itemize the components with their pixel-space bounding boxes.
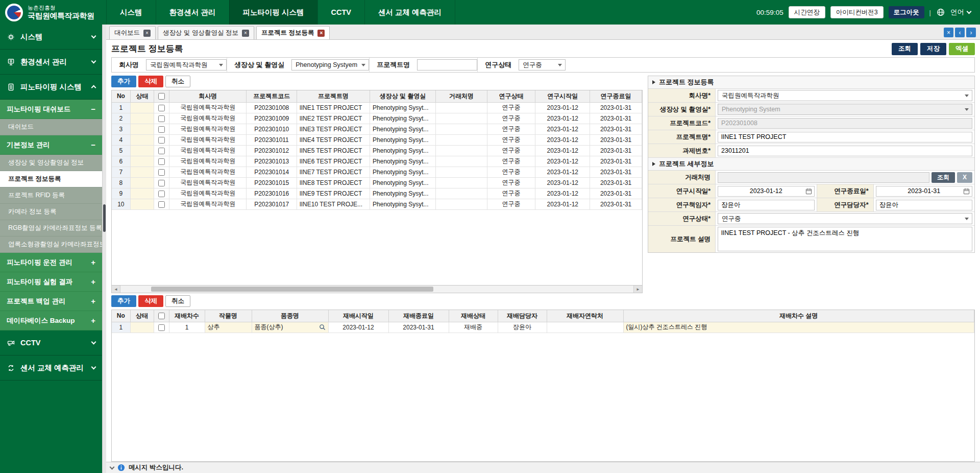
cell-company[interactable]: 국립원예특작과학원: [169, 102, 247, 113]
col-gstatus[interactable]: 재배상태: [449, 310, 498, 322]
cell-crop[interactable]: 상추: [205, 322, 252, 333]
cell-start[interactable]: 2023-01-12: [535, 199, 590, 209]
language-selector[interactable]: 언어: [950, 8, 971, 17]
cell-rstatus[interactable]: 연구중: [487, 102, 535, 113]
cell-company[interactable]: 국립원예특작과학원: [169, 124, 247, 134]
collapse-icon[interactable]: −: [91, 105, 95, 113]
cell-name[interactable]: lINE4 TEST PROJECT: [297, 134, 370, 145]
row-checkbox[interactable]: [158, 324, 165, 331]
cell-end[interactable]: 2023-01-31: [590, 113, 642, 124]
row-checkbox[interactable]: [158, 169, 165, 176]
cell-client[interactable]: [436, 156, 487, 167]
cancel-button[interactable]: 취소: [165, 76, 190, 87]
nav-env-sensor[interactable]: 환경센서 관리: [156, 0, 229, 25]
cell-rstatus[interactable]: 연구중: [487, 156, 535, 167]
col-no[interactable]: No: [112, 90, 130, 102]
cell-company[interactable]: 국립원예특작과학원: [169, 188, 247, 199]
research-manager-field[interactable]: [876, 200, 973, 210]
chamber-select[interactable]: Phenotyping System: [718, 104, 972, 115]
expand-icon[interactable]: +: [91, 316, 95, 325]
cell-code[interactable]: P202301010: [247, 124, 297, 134]
cell-end[interactable]: 2023-01-31: [590, 134, 642, 145]
splitter-handle[interactable]: [103, 204, 106, 232]
tab-prev-button[interactable]: ‹: [955, 28, 965, 37]
project-name-field[interactable]: [718, 132, 972, 143]
row-checkbox[interactable]: [158, 148, 165, 154]
cell-end[interactable]: 2023-01-31: [590, 124, 642, 134]
cell-end[interactable]: 2023-01-31: [590, 102, 642, 113]
cancel-button[interactable]: 취소: [165, 295, 190, 307]
cell-company[interactable]: 국립원예특작과학원: [169, 134, 247, 145]
col-desc[interactable]: 재배차수 설명: [623, 310, 974, 322]
chevron-down-icon[interactable]: [110, 464, 115, 469]
cell-client[interactable]: [436, 113, 487, 124]
cell-company[interactable]: 국립원예특작과학원: [169, 167, 247, 177]
col-order[interactable]: 재배차수: [169, 310, 205, 322]
table-row[interactable]: 5 국립원예특작과학원 P202301012 lINE5 TEST PROJEC…: [112, 145, 642, 156]
col-end[interactable]: 재배종료일: [388, 310, 449, 322]
add-button[interactable]: 추가: [111, 295, 136, 307]
cell-start[interactable]: 2023-01-12: [535, 102, 590, 113]
cell-start[interactable]: 2023-01-12: [535, 156, 590, 167]
cell-status[interactable]: [130, 102, 154, 113]
cell-name[interactable]: lINE2 TEST PROJECT: [297, 113, 370, 124]
col-name[interactable]: 프로젝트명: [297, 90, 370, 102]
cell-end[interactable]: 2023-01-31: [590, 199, 642, 209]
cell-rstatus[interactable]: 연구중: [487, 145, 535, 156]
table-row[interactable]: 8 국립원예특작과학원 P202301015 lINE8 TEST PROJEC…: [112, 177, 642, 188]
cell-chamber[interactable]: Phenotyping Sysyt...: [370, 124, 436, 134]
cell-client[interactable]: [436, 124, 487, 134]
cell-no[interactable]: 7: [112, 167, 130, 177]
cell-chamber[interactable]: Phenotyping Sysyt...: [370, 156, 436, 167]
scroll-left-icon[interactable]: ◄: [112, 286, 120, 293]
logout-button[interactable]: 로그아웃: [889, 6, 924, 18]
table-row[interactable]: 7 국립원예특작과학원 P202301014 lINE7 TEST PROJEC…: [112, 167, 642, 177]
cell-status[interactable]: [130, 134, 154, 145]
cell-start[interactable]: 2023-01-12: [535, 134, 590, 145]
cell-company[interactable]: 국립원예특작과학원: [169, 113, 247, 124]
col-end[interactable]: 연구종료일: [590, 90, 642, 102]
cell-no[interactable]: 4: [112, 134, 130, 145]
cell-name[interactable]: lINE1 TEST PROJECT: [297, 102, 370, 113]
close-icon[interactable]: ×: [143, 30, 151, 37]
table-row[interactable]: 1 국립원예특작과학원 P202301008 lINE1 TEST PROJEC…: [112, 102, 642, 113]
cell-no[interactable]: 2: [112, 113, 130, 124]
table-row[interactable]: 1 1 상추 품종(상추): [112, 322, 974, 333]
sidebar-item-cctv[interactable]: CCTV: [0, 330, 102, 356]
sidebar-item-project-registration[interactable]: 프로젝트 정보등록: [0, 171, 102, 187]
tab-next-button[interactable]: ›: [966, 28, 976, 37]
cell-status[interactable]: [130, 145, 154, 156]
cell-rstatus[interactable]: 연구중: [487, 188, 535, 199]
end-date-field[interactable]: [876, 186, 973, 197]
sidebar-item-sensor-forecast[interactable]: 센서 교체 예측관리: [0, 356, 102, 381]
sidebar-item-project-rfid[interactable]: 프로젝트 RFID 등록: [0, 187, 102, 204]
scrollbar-track[interactable]: [120, 286, 633, 293]
cell-start[interactable]: 2023-01-12: [535, 124, 590, 134]
company-select[interactable]: 국립원예특작과학원: [718, 90, 972, 101]
cell-code[interactable]: P202301015: [247, 177, 297, 188]
cell-code[interactable]: P202301008: [247, 102, 297, 113]
sidebar-item-phenotyping[interactable]: 피노타이핑 시스템: [0, 75, 102, 100]
cell-client[interactable]: [436, 188, 487, 199]
cell-name[interactable]: lINE3 TEST PROJECT: [297, 124, 370, 134]
close-icon[interactable]: ×: [317, 30, 325, 37]
cell-status[interactable]: [130, 177, 154, 188]
calendar-icon[interactable]: [963, 188, 970, 195]
sidebar-splitter[interactable]: [102, 25, 106, 473]
cell-end[interactable]: 2023-01-31: [590, 167, 642, 177]
col-chamber[interactable]: 생장상 및 촬영실: [370, 90, 436, 102]
cell-start[interactable]: 2023-01-12: [535, 113, 590, 124]
cell-status[interactable]: [130, 199, 154, 209]
cell-chamber[interactable]: Phenotyping Sysyt...: [370, 102, 436, 113]
cell-chamber[interactable]: Phenotyping Sysyt...: [370, 177, 436, 188]
account-button[interactable]: 아이티컨버전3: [830, 6, 884, 18]
cell-chamber[interactable]: Phenotyping Sysyt...: [370, 167, 436, 177]
cell-client[interactable]: [436, 177, 487, 188]
client-name-field[interactable]: [718, 172, 929, 183]
cell-no[interactable]: 3: [112, 124, 130, 134]
scroll-right-icon[interactable]: ►: [633, 286, 642, 293]
table-row[interactable]: 3 국립원예특작과학원 P202301010 lINE3 TEST PROJEC…: [112, 124, 642, 134]
col-rstatus[interactable]: 연구상태: [487, 90, 535, 102]
cell-no[interactable]: 9: [112, 188, 130, 199]
cell-company[interactable]: 국립원예특작과학원: [169, 177, 247, 188]
